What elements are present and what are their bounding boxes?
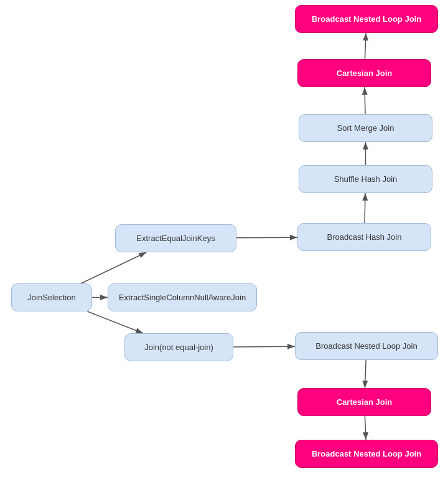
svg-line-10: [365, 360, 366, 388]
diagram: JoinSelectionExtractEqualJoinKeysExtract…: [0, 0, 448, 479]
node-broadcastNestedTop: Broadcast Nested Loop Join: [295, 5, 438, 33]
svg-line-3: [88, 311, 143, 333]
svg-line-4: [236, 237, 297, 238]
node-broadcastNestedMid: Broadcast Nested Loop Join: [295, 332, 438, 360]
svg-line-7: [365, 87, 365, 114]
svg-line-9: [233, 346, 295, 347]
node-extractSingle: ExtractSingleColumnNullAwareJoin: [108, 283, 257, 311]
svg-line-5: [365, 193, 365, 223]
node-joinNotEqual: Join(not equal-join): [124, 333, 233, 361]
node-shuffleHash: Shuffle Hash Join: [299, 165, 432, 193]
node-cartesianTop: Cartesian Join: [297, 59, 431, 87]
svg-line-11: [365, 416, 366, 440]
node-broadcastHash: Broadcast Hash Join: [297, 223, 431, 251]
node-joinSelection: JoinSelection: [11, 283, 92, 311]
node-cartesianBottom: Cartesian Join: [297, 388, 431, 416]
node-broadcastNestedBottom: Broadcast Nested Loop Join: [295, 440, 438, 468]
node-extractEqual: ExtractEqualJoinKeys: [115, 224, 236, 252]
svg-line-8: [365, 33, 366, 59]
node-sortMerge: Sort Merge Join: [299, 114, 432, 142]
svg-line-1: [81, 252, 146, 283]
